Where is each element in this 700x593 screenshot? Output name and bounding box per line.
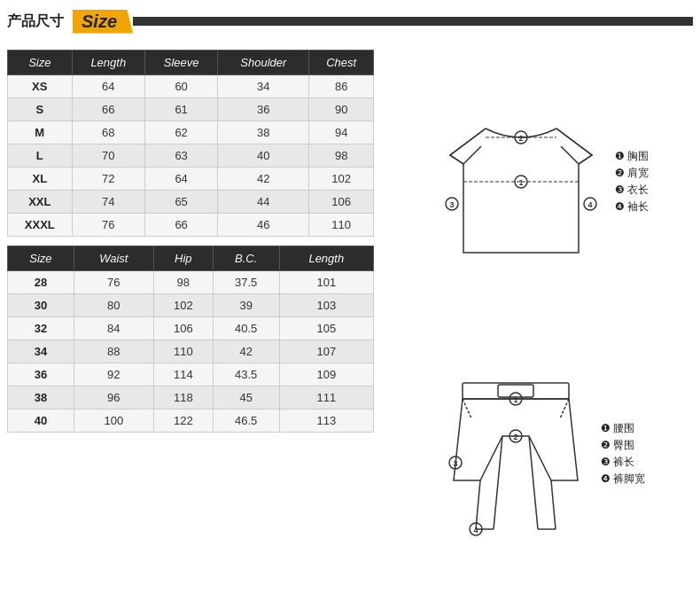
table-cell: L	[8, 144, 73, 168]
svg-text:4: 4	[587, 200, 592, 209]
table-cell: 111	[279, 386, 373, 410]
table-cell: 103	[279, 294, 373, 317]
table-row: 369211443.5109	[8, 363, 374, 386]
table-cell: 64	[72, 75, 144, 98]
table-cell: 61	[144, 98, 217, 121]
table-cell: 110	[153, 340, 213, 363]
table-row: XXXL766646110	[8, 214, 374, 237]
table-cell: 114	[153, 363, 213, 386]
table-cell: 74	[72, 191, 144, 214]
col-bc: B.C.	[213, 246, 279, 271]
shirt-labels: ❶ 胸围 ❷ 肩宽 ❸ 衣长 ❹ 袖长	[615, 149, 649, 215]
page-wrapper: 产品尺寸 Size Size Length Sleeve Shoulder Ch…	[0, 0, 700, 593]
table-cell: 118	[153, 386, 213, 410]
table-cell: 66	[72, 98, 144, 121]
svg-line-12	[476, 480, 480, 529]
table-cell: 46.5	[213, 410, 279, 433]
svg-line-17	[551, 480, 556, 529]
col-size: Size	[8, 51, 73, 75]
pants-diagram-svg: 1 2 3 4	[436, 365, 595, 542]
shirt-table-body: XS64603486S66613690M68623894L70634098XL7…	[8, 75, 374, 237]
table-cell: XXL	[8, 191, 73, 214]
svg-text:2: 2	[518, 134, 523, 143]
table-row: 328410640.5105	[8, 317, 374, 340]
table-cell: 86	[309, 75, 374, 98]
svg-text:2: 2	[513, 433, 517, 441]
table-row: 4010012246.5113	[8, 410, 374, 433]
table-cell: 76	[72, 214, 144, 237]
table-cell: 38	[218, 121, 309, 144]
svg-text:1: 1	[513, 395, 517, 404]
table-cell: XL	[8, 168, 73, 191]
table-cell: 113	[279, 410, 373, 433]
table-cell: 68	[72, 121, 144, 144]
table-row: XS64603486	[8, 75, 374, 98]
table-cell: 70	[72, 144, 144, 168]
table-cell: 88	[74, 340, 153, 363]
table-cell: 34	[8, 340, 74, 363]
table-cell: 44	[218, 191, 309, 214]
table-row: 348811042107	[8, 340, 374, 363]
table-cell: XXXL	[8, 214, 73, 237]
svg-text:1: 1	[518, 178, 523, 187]
table-cell: 65	[144, 191, 217, 214]
shirt-table-header-row: Size Length Sleeve Shoulder Chest	[8, 51, 374, 75]
table-cell: 64	[144, 168, 217, 191]
table-cell: 40	[218, 144, 309, 168]
svg-text:3: 3	[449, 200, 454, 209]
table-cell: 34	[218, 75, 309, 98]
shirt-size-table: Size Length Sleeve Shoulder Chest XS6460…	[7, 50, 374, 237]
table-cell: 101	[279, 271, 373, 294]
col-hip: Hip	[153, 246, 213, 271]
pants-diagram-box: 1 2 3 4 ❶ 腰围 ❷ 臀围 ❸ 裤长 ❹ 裤脚宽	[385, 322, 696, 587]
table-row: 28769837.5101	[8, 271, 374, 294]
table-row: L70634098	[8, 144, 374, 168]
table-cell: 98	[309, 144, 374, 168]
pants-label-4: ❹ 裤脚宽	[601, 472, 645, 487]
pants-table-body: 28769837.5101308010239103328410640.51053…	[8, 271, 374, 433]
table-row: 308010239103	[8, 294, 374, 317]
table-cell: 102	[153, 294, 213, 317]
pants-label-3: ❸ 裤长	[601, 455, 645, 470]
table-cell: 46	[218, 214, 309, 237]
table-cell: 106	[153, 317, 213, 340]
table-cell: 40.5	[213, 317, 279, 340]
pants-diagram-container: 1 2 3 4 ❶ 腰围 ❷ 臀围 ❸ 裤长 ❹ 裤脚宽	[436, 365, 645, 542]
table-cell: 60	[144, 75, 217, 98]
table-cell: 98	[153, 271, 213, 294]
table-cell: 45	[213, 386, 279, 410]
shirt-label-3: ❸ 衣长	[615, 183, 649, 198]
table-row: M68623894	[8, 121, 374, 144]
shirt-label-2: ❷ 肩宽	[615, 166, 649, 181]
table-cell: 92	[74, 363, 153, 386]
table-row: S66613690	[8, 98, 374, 121]
col-shoulder: Shoulder	[218, 51, 309, 75]
table-cell: 37.5	[213, 271, 279, 294]
table-cell: 28	[8, 271, 74, 294]
content: Size Length Sleeve Shoulder Chest XS6460…	[0, 43, 700, 593]
table-row: 389611845111	[8, 386, 374, 410]
table-cell: 122	[153, 410, 213, 433]
table-cell: 106	[309, 191, 374, 214]
table-cell: 62	[144, 121, 217, 144]
table-cell: XS	[8, 75, 73, 98]
table-cell: 102	[309, 168, 374, 191]
diagram-section: 1 2 3 4 ❶ 胸围 ❷ 肩宽 ❸ 衣长 ❹ 袖长	[381, 46, 700, 589]
col-size2: Size	[8, 246, 74, 271]
svg-text:3: 3	[453, 459, 457, 468]
table-cell: 107	[279, 340, 373, 363]
shirt-label-1: ❶ 胸围	[615, 149, 649, 164]
table-cell: 40	[8, 410, 74, 433]
table-cell: 94	[309, 121, 374, 144]
table-row: XL726442102	[8, 168, 374, 191]
pants-size-table: Size Waist Hip B.C. Length 28769837.5101…	[7, 246, 374, 433]
table-cell: 36	[8, 363, 74, 386]
table-cell: 72	[72, 168, 144, 191]
table-cell: 76	[74, 271, 153, 294]
table-cell: S	[8, 98, 73, 121]
col-length2: Length	[279, 246, 373, 271]
table-cell: 109	[279, 363, 373, 386]
header-bar	[133, 17, 693, 26]
table-cell: 80	[74, 294, 153, 317]
table-cell: 43.5	[213, 363, 279, 386]
